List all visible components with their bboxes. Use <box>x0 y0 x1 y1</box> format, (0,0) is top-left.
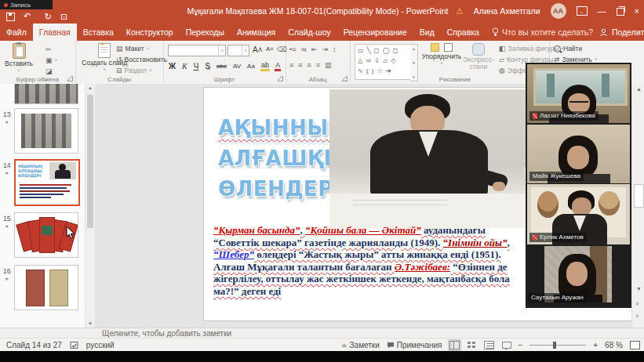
scroll-down-icon[interactable]: ▼ <box>88 321 93 326</box>
cut-button[interactable]: ✂ <box>45 45 52 53</box>
zoom-out-button[interactable]: − <box>518 341 523 349</box>
warning-icon[interactable]: ⚠ <box>456 6 464 16</box>
tab-help[interactable]: Справка <box>441 24 486 41</box>
font-color-button[interactable]: А <box>275 61 281 71</box>
customize-qat-icon[interactable]: ˅ <box>76 11 79 22</box>
numbering-icon[interactable]: ≒ <box>300 45 307 53</box>
notes-pane[interactable]: Щелкните, чтобы добавить заметки <box>0 328 644 338</box>
comments-toggle[interactable]: Примечания <box>387 341 442 349</box>
highlight-color-button[interactable]: ab <box>260 61 270 71</box>
tab-file[interactable]: Файл <box>0 24 33 41</box>
restore-button[interactable] <box>617 8 624 16</box>
minimize-button[interactable]: — <box>598 6 606 16</box>
quick-styles-icon <box>472 43 485 56</box>
video-tile-1[interactable]: Лаззат Ниязбекова <box>527 64 630 123</box>
thumbnail-slide-12-partial[interactable] <box>14 84 78 104</box>
font-size-input[interactable]: ˅ <box>227 45 249 56</box>
find-button[interactable]: Найти <box>554 45 582 52</box>
slide-body-text[interactable]: “Қырман басында”, “Қойшы бала — Әкітай” … <box>213 224 529 298</box>
increase-indent-icon[interactable]: ⇥ <box>322 45 329 53</box>
font-dialog-launcher-icon[interactable] <box>278 76 283 81</box>
section-button[interactable]: ⊟Раздел˅ <box>116 67 151 74</box>
start-slideshow-icon[interactable]: ⊡ <box>60 11 67 22</box>
undo-icon[interactable]: ↶ ˅ <box>24 10 36 23</box>
thumbnail-slide-16[interactable] <box>14 265 78 310</box>
zoom-slider[interactable] <box>529 345 586 346</box>
layout-button[interactable]: ▤Макет˅ <box>116 45 149 52</box>
save-icon[interactable] <box>6 13 15 21</box>
tell-me-box[interactable]: Что вы хотите сделать? <box>486 24 599 41</box>
participant-name: Саутахын Аружан <box>531 294 584 301</box>
video-tile-2[interactable]: Майя Жукешева <box>527 125 630 183</box>
previous-slide-icon[interactable]: » <box>634 302 641 305</box>
reading-view-button[interactable] <box>484 341 494 349</box>
share-button[interactable]: Поделиться <box>599 24 644 41</box>
font-name-input[interactable]: ˅ <box>168 45 226 56</box>
grow-font-button[interactable]: A˄ <box>252 45 264 54</box>
character-spacing-button[interactable]: AV <box>232 63 242 70</box>
shapes-gallery[interactable]: ▭ ╲ ◻ ◯ ◻ △ ⇨ ⇩ ▱ ◇ ∿ ( ) ☆ ➔ <box>355 44 416 80</box>
tab-design[interactable]: Конструктор <box>120 24 180 41</box>
zoom-slider-thumb[interactable] <box>553 342 556 349</box>
scroll-down-icon[interactable]: ▼ <box>636 286 642 291</box>
zoom-in-button[interactable]: + <box>593 341 598 349</box>
scroll-up-icon[interactable]: ▲ <box>636 86 642 92</box>
bold-button[interactable]: Ж <box>168 62 176 71</box>
normal-view-button[interactable] <box>449 341 460 349</box>
copy-button[interactable]: ▣˅ <box>45 56 57 64</box>
slide-sorter-view-button[interactable] <box>467 341 477 349</box>
underline-button[interactable]: Ч <box>193 62 200 71</box>
change-case-button[interactable]: Аа <box>246 63 256 70</box>
language-indicator[interactable]: русский <box>86 341 115 349</box>
scroll-up-icon[interactable]: ▲ <box>88 85 93 90</box>
format-painter-button[interactable]: ◪ <box>45 67 53 75</box>
italic-button[interactable]: К <box>181 62 188 71</box>
account-name[interactable]: Алина Ахметгали <box>474 6 540 16</box>
align-right-icon[interactable]: ≡ <box>307 61 311 69</box>
strikethrough-button[interactable]: abc <box>216 63 227 70</box>
tab-view[interactable]: Вид <box>413 24 441 41</box>
tab-animations[interactable]: Анимация <box>231 24 282 41</box>
scrollbar-thumb[interactable] <box>634 184 644 208</box>
video-call-sidebar[interactable]: Лаззат Ниязбекова Майя Жукешева Ерлик Ах… <box>526 63 631 308</box>
align-center-icon[interactable]: ≡ <box>298 61 302 69</box>
justify-icon[interactable]: ≡ <box>316 61 320 69</box>
tab-review[interactable]: Рецензирование <box>337 24 413 41</box>
redo-icon[interactable]: ↻ <box>45 11 52 22</box>
reset-button[interactable]: ↺Восстановить <box>116 56 167 63</box>
ribbon-display-options-icon[interactable]: ⌄ <box>577 6 588 16</box>
columns-icon[interactable]: ▥ <box>325 61 332 69</box>
tab-slideshow[interactable]: Слайд-шоу <box>282 24 337 41</box>
tab-transitions[interactable]: Переходы <box>180 24 231 41</box>
slideshow-view-button[interactable] <box>501 341 511 349</box>
thumbnail-slide-13[interactable] <box>14 108 78 154</box>
thumbnail-scrollbar[interactable]: ▲ ▼ <box>85 84 96 328</box>
decrease-indent-icon[interactable]: ⇤ <box>311 45 318 53</box>
tab-home[interactable]: Главная <box>33 24 77 41</box>
group-drawing: ▭ ╲ ◻ ◯ ◻ △ ⇨ ⇩ ▱ ◇ ∿ ( ) ☆ ➔ ▴▾≡ Упоряд… <box>350 41 550 83</box>
scrollbar-thumb[interactable] <box>87 95 93 228</box>
zoom-level[interactable]: 68 % <box>605 341 623 349</box>
avatar[interactable]: АА <box>551 3 566 19</box>
spellcheck-icon[interactable] <box>70 341 78 349</box>
bullets-icon[interactable]: •≡ <box>289 45 296 53</box>
close-button[interactable]: × <box>635 6 639 16</box>
text-shadow-button[interactable]: S <box>204 62 211 71</box>
paste-button[interactable]: Вставить ˅ <box>5 43 33 74</box>
slide-vertical-scrollbar[interactable]: ▲ ▼ » « <box>631 84 644 328</box>
fit-to-window-button[interactable] <box>630 341 640 349</box>
line-spacing-icon[interactable]: ↕ <box>333 45 337 53</box>
align-left-icon[interactable]: ≡ <box>289 61 293 69</box>
next-slide-icon[interactable]: « <box>634 314 641 317</box>
arrange-button[interactable]: Упорядочить ˅ <box>422 43 461 67</box>
thumbnail-slide-14-selected[interactable]: АҚЫННЫҢАЛҒАШҚЫӨЛЕНДЕРІ <box>14 159 80 206</box>
scissors-icon: ✂ <box>45 45 52 53</box>
clipboard-dialog-launcher-icon[interactable] <box>67 76 73 81</box>
shrink-font-button[interactable]: A˅ <box>265 45 275 52</box>
quick-styles-button[interactable]: Экспресс-стили <box>461 43 496 71</box>
slide-13-number: 13★ <box>3 110 10 125</box>
tab-insert[interactable]: Вставка <box>77 24 120 41</box>
video-tile-3[interactable]: Ерлик Ахметов <box>527 184 630 244</box>
paragraph-dialog-launcher-icon[interactable] <box>342 76 347 81</box>
notes-toggle[interactable]: ≐Заметки <box>341 341 380 349</box>
